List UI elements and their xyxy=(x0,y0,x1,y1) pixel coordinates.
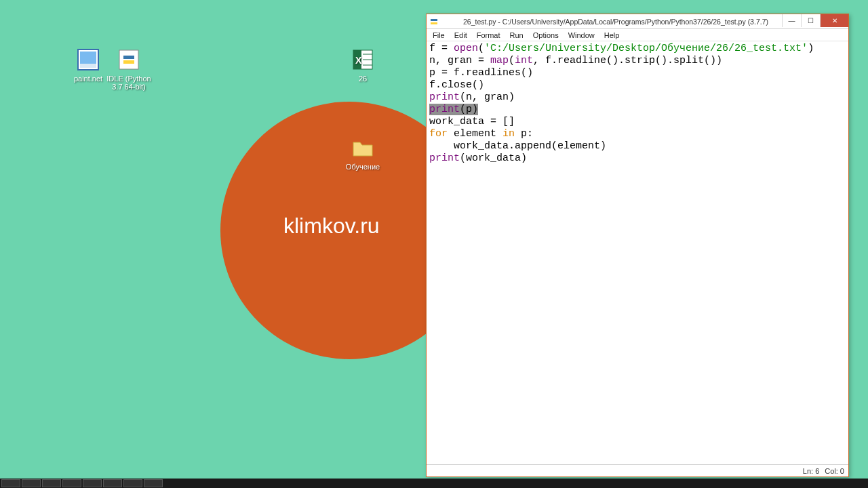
svg-rect-1 xyxy=(80,52,96,64)
paintnet-icon xyxy=(76,47,100,72)
folder-icon xyxy=(351,136,375,160)
taskbar-item[interactable] xyxy=(123,479,142,487)
desktop-icon-folder[interactable]: Обучение xyxy=(339,136,387,171)
desktop-icon-excel[interactable]: X 26 xyxy=(339,47,387,83)
wallpaper-text: klimkov.ru xyxy=(283,214,380,239)
status-col: Col: 0 xyxy=(825,467,844,475)
desktop-icon-label: Обучение xyxy=(346,163,380,171)
svg-rect-10 xyxy=(429,17,439,26)
taskbar-item[interactable] xyxy=(83,479,102,487)
taskbar-item[interactable] xyxy=(144,479,163,487)
menu-run[interactable]: Run xyxy=(505,30,528,40)
desktop-icon-label: paint.net xyxy=(74,75,102,83)
taskbar-item[interactable] xyxy=(62,479,81,487)
menubar: File Edit Format Run Options Window Help xyxy=(427,29,848,41)
menu-help[interactable]: Help xyxy=(599,30,625,40)
desktop-icon-label: 26 xyxy=(359,75,367,83)
menu-edit[interactable]: Edit xyxy=(450,30,472,40)
maximize-button[interactable]: ☐ xyxy=(801,14,820,27)
svg-rect-3 xyxy=(119,50,138,69)
svg-text:X: X xyxy=(355,55,362,66)
taskbar-item[interactable] xyxy=(42,479,61,487)
menu-window[interactable]: Window xyxy=(564,30,599,40)
menu-options[interactable]: Options xyxy=(528,30,564,40)
code-editor[interactable]: f = open('C:/Users/University/Desktop/Об… xyxy=(427,41,848,464)
taskbar-item[interactable] xyxy=(22,479,41,487)
excel-icon: X xyxy=(351,47,375,72)
menu-format[interactable]: Format xyxy=(472,30,505,40)
close-button[interactable]: ✕ xyxy=(820,14,848,27)
titlebar[interactable]: 26_test.py - C:/Users/University/AppData… xyxy=(427,14,848,29)
python-icon xyxy=(117,47,141,72)
desktop-icon-idle[interactable]: IDLE (Python 3.7 64-bit) xyxy=(105,47,153,91)
svg-rect-2 xyxy=(80,64,96,68)
taskbar-item[interactable] xyxy=(103,479,122,487)
status-line: Ln: 6 xyxy=(803,467,819,475)
menu-file[interactable]: File xyxy=(428,30,450,40)
idle-window: 26_test.py - C:/Users/University/AppData… xyxy=(426,14,849,477)
taskbar[interactable] xyxy=(0,479,868,488)
taskbar-start[interactable] xyxy=(1,479,20,487)
minimize-button[interactable]: — xyxy=(782,14,801,27)
python-file-icon xyxy=(429,17,439,26)
desktop-icon-label: IDLE (Python 3.7 64-bit) xyxy=(106,75,151,91)
statusbar: Ln: 6 Col: 0 xyxy=(427,464,848,476)
